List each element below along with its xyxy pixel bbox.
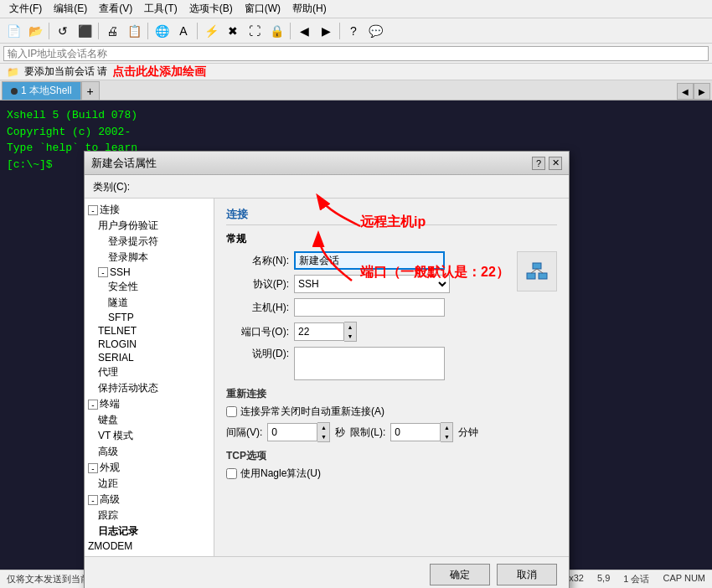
- port-spinner: ▲ ▼: [294, 322, 357, 342]
- toolbar-sep3: [147, 23, 148, 39]
- reconnect-checkbox[interactable]: [226, 406, 237, 417]
- toolbar-refresh[interactable]: ↺: [53, 21, 73, 41]
- tree-vt-mode[interactable]: VT 模式: [85, 428, 214, 444]
- tree-label: 隧道: [108, 296, 128, 310]
- toolbar-lock[interactable]: 🔒: [266, 21, 286, 41]
- spinner-btns: ▲ ▼: [344, 322, 357, 342]
- expand-advanced[interactable]: -: [88, 495, 98, 505]
- toolbar-font[interactable]: A: [173, 21, 193, 41]
- interval-down-btn[interactable]: ▼: [317, 432, 329, 441]
- tree-label: ZMODEM: [88, 540, 132, 552]
- desc-input[interactable]: [294, 347, 445, 380]
- name-label: 名称(N):: [226, 254, 289, 268]
- port-input[interactable]: [294, 322, 344, 341]
- tree-margin[interactable]: 边距: [85, 476, 214, 492]
- toolbar-stop[interactable]: ⬛: [75, 21, 95, 41]
- toolbar-connect[interactable]: ⚡: [201, 21, 221, 41]
- status-sessions: 1 会话: [623, 573, 649, 585]
- tree-appearance[interactable]: - 外观: [85, 460, 214, 476]
- toolbar-disconnect[interactable]: ✖: [223, 21, 243, 41]
- tree-trace[interactable]: 跟踪: [85, 508, 214, 524]
- tree-zmodem[interactable]: ZMODEM: [85, 539, 214, 553]
- tcp-checkbox[interactable]: [226, 468, 237, 479]
- tree-label: VT 模式: [98, 429, 133, 443]
- tab-scroll-right[interactable]: ▶: [694, 83, 710, 100]
- toolbar-print[interactable]: 🖨: [102, 21, 122, 41]
- toolbar-new[interactable]: 📄: [3, 21, 23, 41]
- ok-button[interactable]: 确定: [430, 564, 490, 585]
- category-label: 类别(C):: [93, 180, 130, 194]
- menu-window[interactable]: 窗口(W): [240, 1, 286, 17]
- toolbar-forward[interactable]: ▶: [316, 21, 336, 41]
- tree-login-prompt[interactable]: 登录提示符: [85, 234, 214, 250]
- dialog-help-btn[interactable]: ?: [532, 157, 545, 170]
- reconnect-label: 连接异常关闭时自动重新连接(A): [240, 405, 384, 419]
- svg-rect-2: [533, 263, 541, 269]
- tree-tunnel[interactable]: 隧道: [85, 295, 214, 311]
- expand-terminal[interactable]: -: [88, 400, 98, 410]
- interval-up-btn[interactable]: ▲: [317, 423, 329, 432]
- menu-view[interactable]: 查看(V): [94, 1, 137, 17]
- tree-proxy[interactable]: 代理: [85, 364, 214, 380]
- tab-add-btn[interactable]: +: [81, 81, 100, 100]
- tree-advanced-terminal[interactable]: 高级: [85, 444, 214, 460]
- limit-down-btn[interactable]: ▼: [441, 432, 452, 441]
- tree-telnet[interactable]: TELNET: [85, 324, 214, 338]
- tree-label: 保持活动状态: [98, 381, 158, 395]
- toolbar-back[interactable]: ◀: [294, 21, 314, 41]
- interval-spinner: ▲ ▼: [267, 422, 330, 442]
- toolbar-help[interactable]: ?: [343, 21, 364, 41]
- session-icon: 📁: [7, 66, 19, 78]
- toolbar-copy[interactable]: 📋: [124, 21, 144, 41]
- expand-appearance[interactable]: -: [88, 463, 98, 473]
- host-input[interactable]: [294, 298, 445, 317]
- toolbar-fullscreen[interactable]: ⛶: [245, 21, 265, 41]
- protocol-select[interactable]: SSH TELNET RLOGIN SERIAL: [294, 275, 450, 293]
- toolbar-globe[interactable]: 🌐: [152, 21, 172, 41]
- tree-advanced[interactable]: - 高级: [85, 492, 214, 508]
- dialog-close-btn[interactable]: ✕: [549, 157, 562, 170]
- name-input[interactable]: [294, 251, 445, 270]
- interval-input[interactable]: [267, 423, 317, 441]
- tree-login-script[interactable]: 登录脚本: [85, 250, 214, 266]
- tree-auth[interactable]: 用户身份验证: [85, 218, 214, 234]
- address-input[interactable]: [3, 46, 709, 61]
- tree-serial[interactable]: SERIAL: [85, 351, 214, 364]
- tree-label: 边距: [98, 477, 118, 491]
- desc-row: 说明(D):: [226, 347, 557, 380]
- menu-help[interactable]: 帮助(H): [287, 1, 332, 17]
- session-dialog: 新建会话属性 ? ✕ 类别(C): - 连接: [84, 151, 570, 588]
- tree-connection[interactable]: - 连接: [85, 202, 214, 218]
- interval-row: 间隔(V): ▲ ▼ 秒 限制(L):: [226, 422, 557, 442]
- tree-ssh[interactable]: - SSH: [85, 266, 214, 279]
- tree-keepalive[interactable]: 保持活动状态: [85, 380, 214, 396]
- port-label: 端口号(O):: [226, 325, 289, 339]
- menu-edit[interactable]: 编辑(E): [49, 1, 92, 17]
- expand-connection[interactable]: -: [88, 205, 98, 215]
- tab-local-shell[interactable]: 1 本地Shell: [2, 81, 81, 100]
- tcp-title: TCP选项: [226, 449, 557, 463]
- menu-tabs[interactable]: 选项卡(B): [184, 1, 238, 17]
- tab-scroll-left[interactable]: ◀: [677, 83, 694, 100]
- dialog-title: 新建会话属性: [91, 156, 157, 171]
- port-down-btn[interactable]: ▼: [344, 332, 356, 341]
- cancel-button[interactable]: 取消: [497, 564, 557, 585]
- menu-tools[interactable]: 工具(T): [139, 1, 182, 17]
- limit-label: 限制(L):: [350, 426, 385, 440]
- tree-logging[interactable]: 日志记录: [85, 524, 214, 539]
- tree-rlogin[interactable]: RLOGIN: [85, 338, 214, 351]
- tree-terminal[interactable]: - 终端: [85, 396, 214, 412]
- tree-security[interactable]: 安全性: [85, 279, 214, 295]
- limit-input[interactable]: [390, 423, 441, 441]
- expand-ssh[interactable]: -: [98, 267, 108, 277]
- toolbar-chat[interactable]: 💬: [365, 21, 385, 41]
- toolbar-open[interactable]: 📂: [25, 21, 45, 41]
- tree-sftp[interactable]: SFTP: [85, 311, 214, 324]
- menu-file[interactable]: 文件(F): [4, 1, 47, 17]
- name-icon-row: 名称(N): 协议(P): SSH TELNET RLOGIN SERIAL: [226, 251, 557, 347]
- tree-keyboard[interactable]: 键盘: [85, 412, 214, 428]
- port-up-btn[interactable]: ▲: [344, 322, 356, 332]
- limit-up-btn[interactable]: ▲: [441, 423, 452, 432]
- address-bar: [0, 44, 712, 64]
- form-subsection: 常规: [226, 232, 557, 246]
